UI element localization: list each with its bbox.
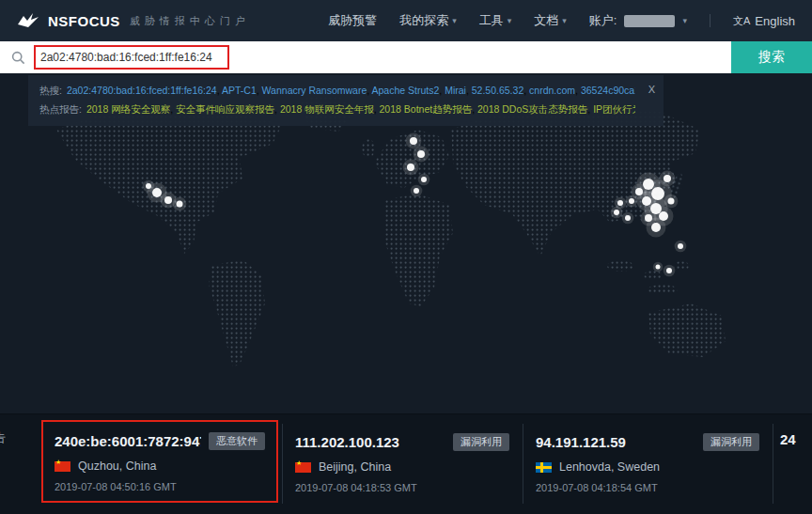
chevron-down-icon: ▾ <box>562 17 567 25</box>
attack-point <box>410 137 417 145</box>
nav-item-工具[interactable]: 工具▾ <box>479 12 512 29</box>
attack-point <box>177 201 183 208</box>
card-divider <box>773 424 773 504</box>
chevron-down-icon: ▾ <box>682 17 687 25</box>
nav-divider <box>710 14 710 27</box>
hot-search-link[interactable]: Mirai <box>445 85 466 96</box>
chevron-down-icon: ▾ <box>452 17 457 25</box>
nsfocus-logo-icon <box>17 12 41 29</box>
main-nav: 威胁预警我的探索▾工具▾文档▾ 账户: ▾ 文A English <box>328 12 795 29</box>
attack-point <box>164 196 172 204</box>
threat-type-badge: 漏洞利用 <box>453 433 509 451</box>
hot-search-link[interactable]: cnrdn.com <box>529 85 575 96</box>
hot-search-panel: X 热搜:2a02:4780:bad:16:fced:1ff:fe16:24, … <box>28 75 664 126</box>
hot-search-link[interactable]: 2a02:4780:bad:16:fced:1ff:fe16:24 <box>67 85 217 96</box>
event-card[interactable]: 240e:be:6001:7872:947f:... 恶意软件 Quzhou, … <box>41 420 278 503</box>
attack-point <box>629 198 634 204</box>
attack-point <box>678 243 683 249</box>
account-label: 账户: <box>589 12 617 29</box>
event-timestamp: 2019-07-08 04:50:16 GMT <box>55 481 265 492</box>
nav-item-account[interactable]: 账户: ▾ <box>589 12 687 29</box>
attack-point <box>664 175 671 182</box>
chevron-down-icon: ▾ <box>508 17 512 25</box>
search-button[interactable]: 搜索 <box>731 41 812 73</box>
nav-item-label: 我的探索 <box>399 12 448 29</box>
hot-report-label: 热点报告: <box>39 103 82 115</box>
attack-point <box>614 210 619 215</box>
nav-item-label: 文档 <box>534 12 558 29</box>
attack-point <box>414 188 419 194</box>
hot-search-link[interactable]: 52.50.65.32 <box>472 85 523 96</box>
event-ip-title: 94.191.121.59 <box>536 434 695 450</box>
event-timestamp: 2019-07-08 04:18:53 GMT <box>295 482 509 493</box>
country-flag-icon <box>55 461 70 472</box>
hot-report-link[interactable]: 2018 物联网安全年报 <box>280 103 374 115</box>
attack-point <box>656 265 661 270</box>
previous-card-partial[interactable]: 告 <box>0 429 6 446</box>
language-label: English <box>755 14 795 28</box>
event-card[interactable]: 94.191.121.59 漏洞利用 Lenhovda, Sweden 2019… <box>523 414 773 514</box>
attack-point <box>152 188 162 197</box>
nav-item-我的探索[interactable]: 我的探索▾ <box>399 12 457 29</box>
search-icon <box>11 51 25 65</box>
continents <box>56 94 726 366</box>
hot-search-label: 热搜: <box>39 85 62 96</box>
hot-search-link[interactable]: APT-C1 <box>222 85 257 96</box>
hot-search-link[interactable]: 36524c90ca1fac2102e7653dfadb31b2 <box>581 85 635 96</box>
event-ip-title: 111.202.100.123 <box>295 434 445 450</box>
hot-search-link[interactable]: Wannacry Ransomware <box>262 85 367 96</box>
hot-report-link[interactable]: 2018 网络安全观察 <box>86 103 170 115</box>
account-name-redacted <box>624 15 675 27</box>
search-bar: 搜索 <box>0 41 812 73</box>
hot-report-link[interactable]: 2018 Botnet趋势报告 <box>380 103 473 115</box>
country-flag-icon <box>295 462 311 473</box>
attack-point <box>421 177 427 182</box>
event-location: Beijing, China <box>319 460 391 474</box>
attack-point <box>407 164 414 171</box>
attack-point <box>666 268 672 273</box>
attack-point <box>417 150 425 158</box>
hot-report-link[interactable]: IP团伙行为分析 <box>593 103 635 115</box>
event-card-carousel: 告 24 240e:be:6001:7872:947f:... 恶意软件 Quz… <box>0 413 812 514</box>
country-flag-icon <box>536 462 552 473</box>
threat-type-badge: 漏洞利用 <box>703 433 759 451</box>
event-location: Lenhovda, Sweden <box>559 460 660 474</box>
brand-subtitle: 威胁情报中心门户 <box>130 14 250 28</box>
translate-icon: 文A <box>733 14 750 28</box>
next-card-partial[interactable]: 24 <box>780 431 796 447</box>
threat-type-badge: 恶意软件 <box>209 432 265 450</box>
event-ip-title: 240e:be:6001:7872:947f:... <box>55 433 201 449</box>
brand-name: NSFOCUS <box>48 13 120 29</box>
hot-search-link[interactable]: Apache Struts2 <box>372 85 440 96</box>
hot-report-link[interactable]: 2018 DDoS攻击态势报告 <box>477 103 587 115</box>
event-timestamp: 2019-07-08 04:18:54 GMT <box>536 482 759 493</box>
nav-item-威胁预警[interactable]: 威胁预警 <box>328 12 377 29</box>
hot-report-link[interactable]: 安全事件响应观察报告 <box>176 103 274 115</box>
close-icon[interactable]: X <box>648 80 655 100</box>
nav-item-label: 威胁预警 <box>328 12 377 29</box>
brand[interactable]: NSFOCUS 威胁情报中心门户 <box>17 12 250 29</box>
language-switch[interactable]: 文A English <box>733 14 795 28</box>
event-location: Quzhou, China <box>78 459 156 473</box>
attack-point <box>668 198 675 205</box>
hot-report-row: 热点报告:2018 网络安全观察, 安全事件响应观察报告, 2018 物联网安全… <box>39 100 635 118</box>
nav-item-label: 工具 <box>479 12 504 29</box>
search-input[interactable] <box>34 45 229 70</box>
attack-point <box>651 223 661 232</box>
attack-point <box>617 200 623 206</box>
attack-point <box>625 215 631 221</box>
hot-search-row: 热搜:2a02:4780:bad:16:fced:1ff:fe16:24, AP… <box>39 81 635 100</box>
event-card[interactable]: 111.202.100.123 漏洞利用 Beijing, China 2019… <box>282 414 523 514</box>
top-navbar: NSFOCUS 威胁情报中心门户 威胁预警我的探索▾工具▾文档▾ 账户: ▾ 文… <box>0 0 812 41</box>
nav-item-文档[interactable]: 文档▾ <box>534 12 567 29</box>
